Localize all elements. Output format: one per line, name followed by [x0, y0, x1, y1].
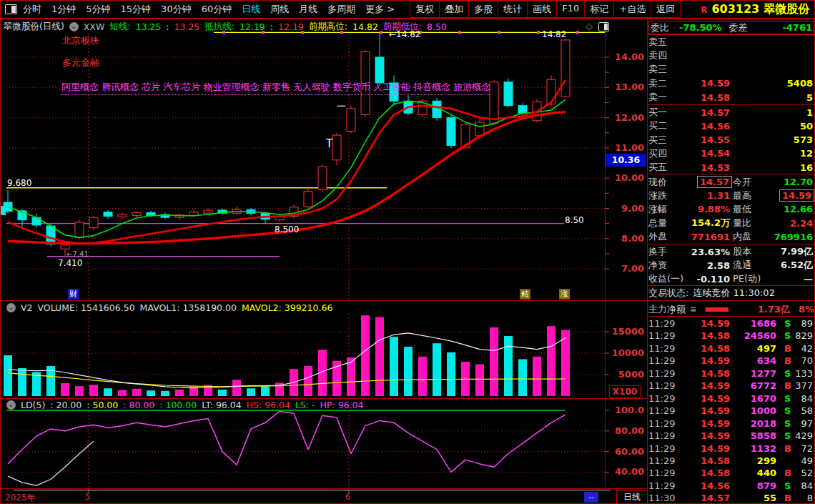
menu-item-15分钟[interactable]: 15分钟 — [121, 3, 152, 16]
x-axis-year: 2025年 — [5, 492, 36, 504]
price-axis-cursor-flag: 10.36 — [606, 154, 646, 167]
window-layout-icon[interactable] — [5, 4, 17, 14]
sell-row[interactable]: 卖三 — [648, 63, 814, 76]
buy-row-cell: 573 — [794, 134, 813, 145]
menu-button-+自选[interactable]: +自选 — [613, 1, 651, 18]
quote-cell: 429 — [795, 430, 813, 441]
status-value: 连续竞价 11:30:02 — [693, 287, 775, 300]
menu-button-返回[interactable]: 返回 — [651, 1, 681, 18]
quote-cell: 9.88% — [698, 204, 730, 214]
menu-item-60分钟[interactable]: 60分钟 — [202, 3, 232, 16]
menu-item-5分钟[interactable]: 5分钟 — [86, 3, 110, 16]
quote-cell: B — [784, 380, 791, 391]
indicator-segment: MAVOL2: 399210.66 — [242, 302, 332, 313]
sell-row[interactable]: 卖五 — [648, 35, 814, 49]
trade-row: 11:2914.5829949 — [648, 455, 814, 467]
period-indicator[interactable]: 日线 — [616, 490, 648, 504]
price-line-label: 7.410 — [58, 258, 82, 268]
event-marker[interactable]: 涨 — [559, 289, 570, 300]
quote-cell: 11:29 — [648, 318, 675, 329]
quote-cell: 1.31 — [707, 190, 730, 201]
buy-row[interactable]: 买四14.5412 — [648, 147, 814, 160]
period-menu: 分时1分钟5分钟15分钟30分钟60分钟日线周线月线多周期更多 > — [23, 3, 395, 16]
menu-item-更多 >[interactable]: 更多 > — [365, 3, 395, 16]
quote-cell: 11:29 — [648, 330, 675, 341]
sell-row[interactable]: 卖四 — [648, 49, 814, 62]
indicator-segment: 13.25 — [174, 21, 200, 32]
quote-cell: 11:29 — [648, 418, 675, 429]
quote-cell: — — [804, 274, 813, 285]
quote-cell: 23.63% — [691, 247, 730, 257]
menu-item-分时[interactable]: 分时 — [23, 3, 41, 16]
quote-cell: 内盘 — [733, 230, 751, 243]
menu-button-多股[interactable]: 多股 — [468, 1, 498, 18]
buy-row[interactable]: 买三14.55573 — [648, 133, 814, 147]
diamond-tool-icon[interactable]: ◇ — [586, 21, 593, 31]
indicator-tag: XXW — [84, 21, 105, 32]
volume-bar — [518, 359, 527, 396]
quote-cell: 今开 — [733, 176, 751, 189]
ld-white-line — [8, 441, 94, 485]
buy-row[interactable]: 买二14.5650 — [648, 119, 814, 133]
quote-cell: 829 — [795, 330, 813, 341]
event-marker[interactable]: 精 — [520, 289, 530, 300]
quote-cell: 12.66 — [784, 204, 813, 214]
menu-item-周线[interactable]: 周线 — [270, 3, 289, 16]
menu-button-复权[interactable]: 复权 — [410, 1, 440, 18]
menu-item-日线[interactable]: 日线 — [242, 3, 260, 16]
volume-bar — [247, 388, 255, 396]
quote-cell: S — [784, 330, 791, 341]
menu-button-画线[interactable]: 画线 — [527, 1, 557, 18]
volume-tick-label: 15000 — [607, 326, 644, 337]
buy-row[interactable]: 买一14.571 — [648, 106, 814, 119]
indicator-segment: 前期高位: — [309, 21, 347, 33]
indicator-segment: : 100.00 — [159, 400, 197, 410]
volume-bar — [18, 368, 26, 396]
menu-item-多周期[interactable]: 多周期 — [327, 3, 355, 16]
stock-code: 603123 — [711, 2, 759, 16]
quote-cell: 769916 — [774, 232, 813, 242]
menu-item-1分钟[interactable]: 1分钟 — [51, 3, 76, 16]
menu-item-月线[interactable]: 月线 — [299, 3, 317, 16]
menu-button-统计[interactable]: 统计 — [498, 1, 528, 18]
quote-cell: 最低 — [733, 203, 751, 216]
list-icon[interactable]: ≡ — [690, 305, 698, 313]
volume-bar — [61, 383, 69, 396]
menu-button-叠加[interactable]: 叠加 — [439, 1, 469, 18]
quote-cell: 440 — [757, 468, 776, 478]
buy-row[interactable]: 买五14.5316 — [648, 161, 814, 174]
collapse-icon[interactable]: ⌄ — [69, 22, 79, 31]
candle-body — [104, 212, 112, 217]
sell-row[interactable]: 卖二14.595408 — [648, 76, 814, 90]
quote-cell: S — [784, 480, 791, 491]
maximize-panel-icon[interactable] — [598, 22, 609, 31]
menu-button-标记[interactable]: 标记 — [584, 1, 614, 18]
quote-cell: 2.58 — [707, 260, 730, 271]
quote-cell: 11:29 — [648, 355, 675, 366]
trade-row: 11:2914.591670S84 — [648, 392, 814, 405]
menu-button-F10[interactable]: F10 — [556, 1, 585, 18]
quote-cell: 2018 — [751, 418, 776, 429]
drawing-annotation: ←7.41 — [66, 250, 89, 258]
collapse-icon[interactable]: ⌄ — [6, 400, 16, 410]
sell-row[interactable]: 卖一14.585 — [648, 91, 814, 104]
trade-row: 11:2914.591000S58 — [648, 405, 814, 417]
flow-value: 1.73亿 — [758, 303, 790, 316]
quote-cell: 377 — [795, 380, 813, 391]
indicator-segment: : — [166, 21, 169, 32]
menu-item-30分钟[interactable]: 30分钟 — [161, 3, 192, 16]
candle-body — [1, 206, 6, 215]
collapse-icon[interactable]: ⌄ — [6, 303, 16, 312]
price-tick-label: 7.00 — [607, 263, 644, 274]
candle-body — [46, 226, 55, 244]
drawing-annotation: 一 — [337, 100, 346, 113]
ld-tick-label: 100.0 — [607, 405, 644, 415]
main-flow-row: 主力净额 ≡ 1.73亿 8% — [648, 302, 814, 316]
event-marker[interactable]: 财 — [68, 289, 79, 300]
weicha-value: -4761 — [782, 22, 812, 33]
quote-cell: 299 — [757, 455, 776, 466]
quote-cell: 1132 — [751, 443, 776, 454]
volume-bar — [104, 388, 112, 396]
price-tick-label: 8.00 — [607, 233, 644, 244]
candle-body — [504, 82, 513, 106]
